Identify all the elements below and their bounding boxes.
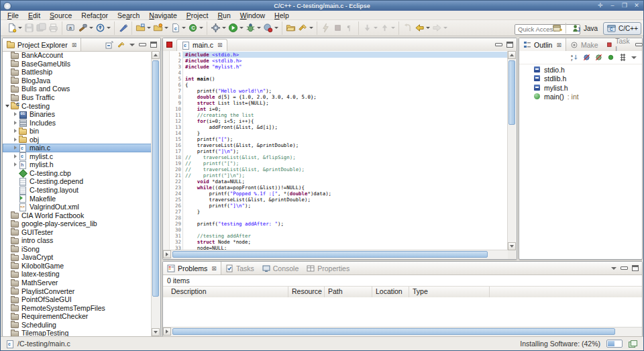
build-button[interactable] — [77, 22, 94, 34]
column-header-description[interactable]: Description — [163, 287, 288, 297]
editor-vscroll-thumb[interactable] — [508, 60, 515, 125]
window-menu-icon[interactable] — [3, 2, 11, 10]
minimize-button[interactable]: – — [608, 1, 616, 9]
new-source-folder-button[interactable] — [135, 22, 152, 34]
tree-item-mylist-h[interactable]: hmylist.h — [3, 160, 152, 169]
line-number-ruler[interactable]: 1234567891011121314151617181920212223242… — [170, 51, 183, 250]
tree-item-latex-testing[interactable]: latex-testing — [3, 270, 152, 279]
collapsed-arrow-icon[interactable] — [12, 121, 19, 125]
tree-item-includes[interactable]: Includes — [3, 118, 152, 127]
outline-item-stdio-h[interactable]: stdio.h — [519, 65, 642, 74]
tree-item-isong[interactable]: iSong — [3, 245, 152, 254]
mark-occurrences-button[interactable] — [117, 22, 129, 34]
new-source-file-caret[interactable] — [164, 27, 168, 29]
menu-help[interactable]: Help — [270, 11, 294, 20]
open-element-button[interactable] — [285, 22, 297, 34]
tab-make-target[interactable]: Make — [566, 38, 602, 51]
code-line-1[interactable]: #include <stdio.h> — [183, 52, 508, 58]
run-caret[interactable] — [239, 27, 244, 29]
code-line-3[interactable]: #include "mylist.h" — [185, 64, 508, 70]
code-line-15[interactable]: printf("["); — [185, 136, 508, 142]
expanded-arrow-icon[interactable] — [4, 105, 11, 107]
back-caret[interactable] — [426, 27, 430, 29]
collapsed-arrow-icon[interactable] — [12, 129, 19, 133]
hide-non-public-icon[interactable] — [607, 54, 614, 61]
problems-scroll-right-arrow[interactable] — [163, 328, 171, 336]
code-line-10[interactable]: int i=0; — [185, 106, 508, 112]
tree-item-bankaccount[interactable]: BankAccount — [3, 51, 152, 60]
tree-item-requirementchecker[interactable]: RequirementChecker — [3, 312, 152, 321]
link-with-editor-icon[interactable] — [117, 41, 125, 49]
code-line-20[interactable]: // traverseList(&list, &printDouble); — [185, 166, 508, 172]
explorer-scroll-thumb[interactable] — [152, 60, 159, 297]
tree-item-kiloboltgame[interactable]: KiloboltGame — [3, 262, 152, 270]
code-line-29[interactable]: printf("testing addAfter: "); — [185, 221, 508, 227]
outline-item-mylist-h[interactable]: mylist.h — [519, 83, 642, 93]
code-line-23[interactable]: while((data=popFront(&list))!=NULL){ — [185, 185, 508, 191]
tree-item-c-testing-depend[interactable]: C-testing.depend — [3, 177, 152, 186]
column-header-resource[interactable]: Resource — [288, 287, 325, 297]
code-line-26[interactable]: printf("]\n"); — [185, 203, 508, 209]
run-last-tool-button[interactable] — [95, 22, 111, 34]
tree-item-pointofsalegui[interactable]: PointOfSaleGUI — [3, 295, 152, 304]
tree-item-javacrypt[interactable]: JavaCrypt — [3, 253, 152, 262]
menu-project[interactable]: Project — [182, 11, 213, 20]
next-annotation-caret[interactable] — [374, 27, 378, 29]
perspective-cpp-button[interactable]: CC/C++ — [603, 22, 641, 35]
outline-item-stdlib-h[interactable]: stdlib.h — [519, 74, 642, 84]
previous-annotation-button[interactable] — [379, 22, 396, 34]
tab-tasks[interactable]: Tasks — [221, 262, 258, 274]
problems-minimize-icon[interactable] — [621, 266, 628, 270]
new-class-button[interactable]: C — [187, 22, 204, 34]
perspective-java-button[interactable]: JJava — [569, 23, 600, 34]
profile-button[interactable] — [262, 22, 279, 34]
build-all-button[interactable]: a — [65, 22, 76, 34]
problems-view-menu-icon[interactable] — [611, 267, 616, 270]
code-line-9[interactable]: struct List list={NULL}; — [185, 100, 508, 106]
tab-properties[interactable]: Properties — [303, 262, 354, 274]
external-tools-button[interactable] — [210, 22, 227, 34]
outline-close-icon[interactable]: ⊠ — [556, 42, 561, 48]
new-wizard-button[interactable] — [6, 22, 23, 34]
save-button[interactable] — [23, 22, 35, 34]
scroll-down-arrow[interactable] — [152, 328, 160, 336]
code-line-32[interactable]: struct Node *node; — [185, 239, 508, 245]
editor-scroll-right-arrow[interactable] — [163, 250, 171, 258]
problems-maximize-icon[interactable] — [632, 265, 639, 271]
run-button[interactable] — [227, 22, 244, 34]
collapsed-arrow-icon[interactable] — [12, 112, 19, 116]
view-menu-icon[interactable] — [129, 44, 135, 46]
code-line-25[interactable]: traverseList(&list, &printDouble); — [185, 197, 508, 203]
tree-item-mylist-c[interactable]: cmylist.c — [3, 152, 152, 161]
code-editor[interactable]: 1234567891011121314151617181920212223242… — [163, 51, 508, 250]
collapsed-arrow-icon[interactable] — [12, 154, 19, 158]
terminate-button[interactable] — [332, 22, 343, 34]
project-explorer-close-icon[interactable]: ⊠ — [72, 42, 77, 48]
close-button[interactable]: ✕ — [633, 1, 641, 9]
code-line-22[interactable]: void *data=NULL; — [185, 179, 508, 185]
tree-item-bus-traffic[interactable]: Bus Traffic — [3, 93, 152, 102]
tree-item-remotesystemstempfiles[interactable]: RemoteSystemsTempFiles — [3, 303, 152, 312]
tree-item-valgrindout-xml[interactable]: <>ValgrindOut.xml — [3, 203, 152, 211]
menu-source[interactable]: Source — [45, 11, 76, 20]
minimize-view-icon[interactable] — [139, 43, 146, 46]
tree-item-blogjava[interactable]: BlogJava — [3, 77, 152, 85]
problems-close-icon[interactable]: ⊠ — [211, 265, 217, 272]
new-source-folder-caret[interactable] — [147, 27, 151, 29]
tree-item-obj[interactable]: obj — [3, 135, 152, 144]
next-annotation-button[interactable] — [362, 22, 378, 34]
tree-item-c-testing[interactable]: CC-testing — [3, 101, 152, 110]
tab-problems[interactable]: Problems ⊠ — [163, 262, 221, 274]
code-line-5[interactable]: int main() — [185, 76, 508, 82]
print-button[interactable] — [48, 22, 59, 34]
code-line-12[interactable]: for(i=0; i<5; i++){ — [185, 118, 508, 124]
background-jobs-icon[interactable] — [629, 340, 637, 348]
code-line-31[interactable]: //testing addAfter — [185, 233, 508, 239]
column-header-location[interactable]: Location — [372, 287, 409, 297]
editor-tab-main-c[interactable]: c main.c ⊠ — [176, 39, 227, 51]
editor-scroll-down-arrow[interactable] — [508, 242, 516, 250]
collapsed-arrow-icon[interactable] — [12, 146, 19, 150]
tree-item-scheduling[interactable]: Scheduling — [3, 321, 152, 330]
tree-item-mathserver[interactable]: MathServer — [3, 279, 152, 287]
forward-button[interactable] — [431, 22, 448, 34]
